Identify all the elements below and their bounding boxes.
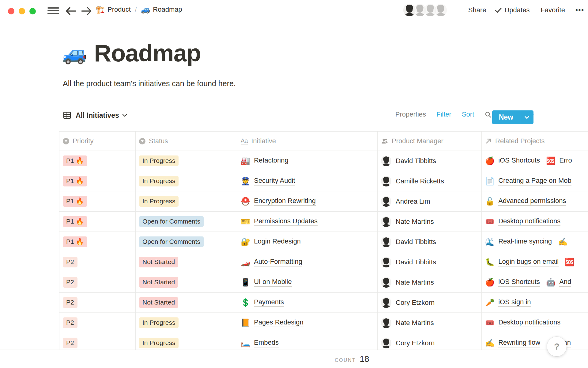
priority-cell[interactable]: P2 (59, 313, 136, 333)
status-cell[interactable]: In Progress (136, 313, 237, 333)
priority-cell[interactable]: P1 🔥 (59, 212, 136, 232)
product-manager-cell[interactable]: Andrea Lim (378, 191, 482, 211)
priority-cell[interactable]: P1 🔥 (59, 191, 136, 211)
page-emoji[interactable]: 🚙 (62, 41, 87, 65)
product-manager-cell[interactable]: Nate Martins (378, 212, 482, 232)
related-project-link[interactable]: 🆘Erro (546, 156, 572, 165)
initiative-page-link[interactable]: 🔐 Login Redesign (241, 237, 301, 246)
initiative-cell[interactable]: 👮 Security Audit (237, 171, 378, 191)
related-project-link[interactable]: 🍎iOS Shortcuts (485, 278, 540, 287)
share-button[interactable]: Share (468, 6, 486, 14)
updates-button[interactable]: Updates (495, 6, 530, 14)
related-project-link[interactable]: 🌊Real-time syncing (485, 237, 552, 246)
initiative-page-link[interactable]: 🏭 Refactoring (241, 156, 288, 165)
related-project-link[interactable]: 🥕iOS sign in (485, 298, 531, 307)
related-projects-cell[interactable]: ✍️Rewriting flow🖋️Lan (482, 333, 588, 350)
related-projects-cell[interactable]: 📄Creating a Page on Mob (482, 171, 588, 191)
priority-cell[interactable]: P2 (59, 272, 136, 292)
back-button[interactable] (65, 6, 77, 16)
zoom-window-button[interactable] (29, 8, 36, 14)
product-manager-cell[interactable]: David Tibbitts (378, 232, 482, 252)
related-projects-cell[interactable]: 🍎iOS Shortcuts🆘Erro (482, 151, 588, 171)
column-header-product-manager[interactable]: Product Manager (378, 132, 482, 151)
related-project-link[interactable]: 🤖And (546, 278, 571, 287)
product-manager-cell[interactable]: Cory Etzkorn (378, 293, 482, 312)
breadcrumb-current[interactable]: Roadmap (153, 6, 182, 13)
more-options-icon[interactable]: ••• (575, 6, 584, 14)
related-project-link[interactable]: ✍️ (558, 237, 567, 246)
related-projects-cell[interactable]: 🔓Advanced permissions (482, 191, 588, 211)
initiative-cell[interactable]: 🛏️ Embeds (237, 333, 378, 350)
initiative-page-link[interactable]: 💲 Payments (241, 298, 284, 307)
sidebar-menu-icon[interactable] (47, 7, 59, 15)
status-cell[interactable]: In Progress (136, 151, 237, 171)
new-button[interactable]: New (492, 110, 533, 124)
status-cell[interactable]: Not Started (136, 293, 237, 312)
product-manager-cell[interactable]: David Tibbitts (378, 252, 482, 272)
initiative-page-link[interactable]: 🛏️ Embeds (241, 339, 279, 347)
product-manager-cell[interactable]: David Tibbitts (378, 151, 482, 171)
related-projects-cell[interactable]: 🎟️Desktop notifications (482, 212, 588, 232)
priority-cell[interactable]: P2 (59, 293, 136, 312)
initiative-page-link[interactable]: 📙 Pages Redesign (241, 318, 303, 327)
new-button-label[interactable]: New (492, 110, 520, 124)
initiative-page-link[interactable]: 📱 UI on Mobile (241, 278, 292, 287)
forward-button[interactable] (80, 6, 92, 16)
initiative-cell[interactable]: 🔐 Login Redesign (237, 232, 378, 252)
product-manager-cell[interactable]: Camille Ricketts (378, 171, 482, 191)
initiative-cell[interactable]: 🏭 Refactoring (237, 151, 378, 171)
close-window-button[interactable] (8, 8, 14, 14)
related-project-link[interactable]: 📄Creating a Page on Mob (485, 177, 571, 186)
status-cell[interactable]: Not Started (136, 252, 237, 272)
properties-button[interactable]: Properties (395, 110, 426, 118)
initiative-page-link[interactable]: 🎫 Permissions Updates (241, 217, 318, 226)
column-header-initiative[interactable]: Aa Initiative (237, 132, 378, 151)
related-projects-cell[interactable]: 🌊Real-time syncing✍️ (482, 232, 588, 252)
related-project-link[interactable]: 🔓Advanced permissions (485, 197, 566, 206)
initiative-cell[interactable]: 📱 UI on Mobile (237, 272, 378, 292)
related-project-link[interactable]: 🆘 (565, 258, 574, 266)
initiative-cell[interactable]: ⛑️ Encryption Rewriting (237, 191, 378, 211)
related-projects-cell[interactable]: 🎟️Desktop notifications (482, 313, 588, 333)
status-cell[interactable]: Not Started (136, 272, 237, 292)
initiative-page-link[interactable]: ⛑️ Encryption Rewriting (241, 197, 316, 206)
related-projects-cell[interactable]: 🥕iOS sign in (482, 293, 588, 312)
initiative-page-link[interactable]: 🏎️ Auto-Formatting (241, 258, 302, 266)
column-header-priority[interactable]: Priority (59, 132, 136, 151)
status-cell[interactable]: In Progress (136, 171, 237, 191)
status-cell[interactable]: In Progress (136, 191, 237, 211)
related-projects-cell[interactable]: 🍎iOS Shortcuts🤖And (482, 272, 588, 292)
related-project-link[interactable]: 🎟️Desktop notifications (485, 318, 560, 327)
initiative-cell[interactable]: 🎫 Permissions Updates (237, 212, 378, 232)
collaborator-avatar[interactable] (403, 3, 416, 17)
initiative-cell[interactable]: 🏎️ Auto-Formatting (237, 252, 378, 272)
status-cell[interactable]: Open for Comments (136, 232, 237, 252)
priority-cell[interactable]: P1 🔥 (59, 232, 136, 252)
sort-button[interactable]: Sort (462, 110, 474, 118)
product-manager-cell[interactable]: Nate Martins (378, 272, 482, 292)
priority-cell[interactable]: P2 (59, 252, 136, 272)
related-project-link[interactable]: 🐛Login bugs on email (485, 258, 559, 266)
product-manager-cell[interactable]: Cory Etzkorn (378, 333, 482, 350)
initiative-cell[interactable]: 📙 Pages Redesign (237, 313, 378, 333)
related-project-link[interactable]: 🎟️Desktop notifications (485, 217, 560, 226)
new-button-caret[interactable] (520, 110, 533, 124)
related-project-link[interactable]: 🍎iOS Shortcuts (485, 156, 540, 165)
column-header-related-projects[interactable]: Related Projects (482, 132, 588, 151)
related-project-link[interactable]: ✍️Rewriting flow (485, 339, 540, 347)
favorite-button[interactable]: Favorite (541, 6, 565, 14)
initiative-page-link[interactable]: 👮 Security Audit (241, 177, 295, 186)
filter-button[interactable]: Filter (436, 110, 451, 118)
priority-cell[interactable]: P1 🔥 (59, 151, 136, 171)
help-button[interactable]: ? (547, 337, 567, 356)
initiative-cell[interactable]: 💲 Payments (237, 293, 378, 312)
priority-cell[interactable]: P2 (59, 333, 136, 350)
product-manager-cell[interactable]: Nate Martins (378, 313, 482, 333)
minimize-window-button[interactable] (19, 8, 25, 14)
status-cell[interactable]: Open for Comments (136, 212, 237, 232)
column-header-status[interactable]: Status (136, 132, 237, 151)
status-cell[interactable]: In Progress (136, 333, 237, 350)
breadcrumb-parent[interactable]: Product (107, 6, 131, 13)
related-projects-cell[interactable]: 🐛Login bugs on email🆘 (482, 252, 588, 272)
view-switcher[interactable]: All Initiatives (63, 111, 127, 120)
